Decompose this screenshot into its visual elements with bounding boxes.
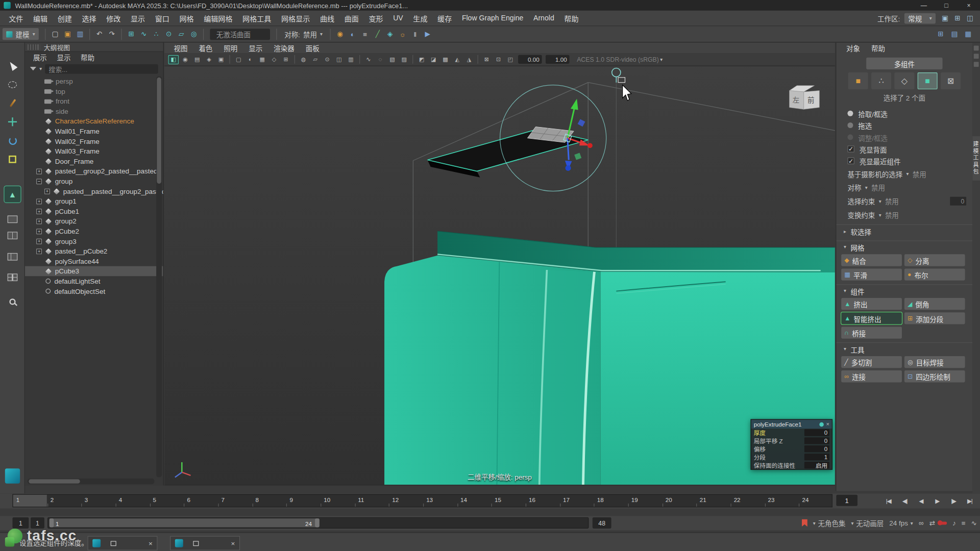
outliner-item-persp[interactable]: +persp	[25, 76, 163, 86]
menu-网格显示[interactable]: 网格显示	[276, 13, 315, 23]
outliner-item-Wall03_Frame[interactable]: +Wall03_Frame	[25, 146, 163, 157]
outliner-item-Wall01_Frame[interactable]: +Wall01_Frame	[25, 126, 163, 136]
menu-缓存[interactable]: 缓存	[432, 13, 457, 23]
section-header-组件[interactable]: ▾组件	[836, 284, 972, 296]
go-to-end-button[interactable]: ▶|	[963, 495, 977, 506]
scale-tool[interactable]	[5, 151, 21, 167]
outliner-item-group3[interactable]: +group3	[25, 236, 163, 246]
motion-blur-icon[interactable]: ◫	[334, 55, 345, 64]
viewcube-front-label[interactable]: 前	[807, 96, 814, 104]
outliner-item-pasted__pCube2[interactable]: +pasted__pCube2	[25, 246, 163, 256]
shadows-icon[interactable]: ▱	[310, 55, 321, 64]
expand-plus-icon[interactable]: +	[36, 218, 42, 224]
audio-icon[interactable]: ♪	[952, 519, 956, 527]
panel-layout-icon[interactable]: ◫	[965, 13, 975, 23]
menu-生成[interactable]: 生成	[408, 13, 433, 23]
go-to-start-button[interactable]: |◀	[881, 495, 896, 506]
挤出-button[interactable]: ▲挤出	[841, 298, 902, 310]
平滑-button[interactable]: ▦平滑	[841, 269, 902, 281]
hud-value-field[interactable]: 0	[804, 445, 829, 452]
workspace-select[interactable]: 常规 ▾	[904, 13, 936, 23]
camera-attributes-icon[interactable]: ▤	[192, 55, 203, 64]
expand-plus-icon[interactable]: +	[36, 248, 42, 254]
viewport-menu-3[interactable]: 显示	[243, 43, 268, 53]
xray-joints-icon[interactable]: ⊡	[493, 55, 504, 64]
expand-plus-icon[interactable]: +	[36, 238, 42, 244]
rotate-tool[interactable]	[5, 133, 21, 149]
wire-on-shaded-icon[interactable]: ⊞	[281, 55, 291, 64]
single-pane-layout[interactable]	[5, 211, 21, 228]
snap-to-grid-icon[interactable]: ⊞	[126, 29, 137, 40]
menu-曲面[interactable]: 曲面	[339, 13, 364, 23]
safe-title-icon[interactable]: ◮	[464, 55, 475, 64]
scrollbar-thumb[interactable]	[29, 479, 80, 484]
restore-icon[interactable]	[111, 541, 116, 546]
workspace-switch-icon[interactable]: ▣	[940, 13, 950, 23]
maximize-button[interactable]: □	[935, 0, 958, 11]
object-mode-button[interactable]: ■	[848, 72, 868, 89]
four-pane-layout[interactable]	[5, 269, 21, 286]
expand-plus-icon[interactable]: +	[36, 198, 42, 204]
symmetry-dropdown[interactable]: 对称:禁用▾	[281, 29, 326, 39]
menu-文件[interactable]: 文件	[4, 13, 28, 23]
colorspace-select[interactable]: ACES 1.0 SDR-video (sRGB)	[577, 56, 659, 63]
viewport-menu-5[interactable]: 面板	[300, 43, 325, 53]
menu-变形[interactable]: 变形	[364, 13, 388, 23]
menu-网格工具[interactable]: 网格工具	[237, 13, 276, 23]
two-pane-layout[interactable]	[5, 228, 21, 244]
menu-Arnold[interactable]: Arnold	[528, 14, 559, 22]
outliner-titlebar[interactable]: 大纲视图	[25, 42, 163, 52]
make-live-icon[interactable]: ◎	[188, 29, 200, 40]
paint-select-tool[interactable]	[5, 95, 21, 111]
smooth-shade-icon[interactable]: ◐	[245, 55, 256, 64]
play-forward-button[interactable]: ▶	[930, 495, 944, 506]
horizontal-scrollbar[interactable]	[28, 479, 155, 484]
section-header-网格[interactable]: ▾网格	[836, 240, 972, 253]
viewport-canvas[interactable]: 左 前 polyExtrudeFace1×厚度0局部平移 Z0偏移0分段1保持面…	[164, 66, 835, 486]
loop-mode-icon[interactable]: ∞	[919, 519, 924, 527]
ipr-render-icon[interactable]: ◐	[347, 29, 358, 40]
viewport-3d-scene[interactable]: 左 前	[164, 66, 835, 485]
snap-to-view-plane-icon[interactable]: ▱	[176, 29, 187, 40]
viewcube-left-label[interactable]: 左	[793, 96, 799, 104]
image-plane-icon[interactable]: ▣	[215, 55, 226, 64]
dropdown-对称[interactable]: 对称▾禁用	[836, 181, 972, 194]
depth-of-field-icon[interactable]: ▥	[346, 55, 356, 64]
character-set-select[interactable]: ▾无角色集	[813, 518, 846, 528]
expand-plus-icon[interactable]: +	[44, 188, 50, 194]
wireframe-display-icon[interactable]: ▢	[233, 55, 244, 64]
three-pane-layout[interactable]	[5, 248, 21, 265]
checkbox-icon[interactable]: ✓	[847, 145, 854, 152]
分离-button[interactable]: ◇分离	[904, 254, 965, 266]
range-handle-right[interactable]	[315, 518, 320, 527]
智能挤出-button[interactable]: ▲智能挤出	[841, 312, 902, 324]
step-forward-frame-button[interactable]: |▶	[946, 495, 961, 506]
range-handle-left[interactable]	[50, 518, 54, 527]
redo-icon[interactable]: ↷	[106, 29, 117, 40]
toolkit-menu-1[interactable]: 帮助	[871, 43, 885, 53]
close-icon[interactable]: ×	[231, 539, 235, 547]
lasso-select-tool[interactable]	[5, 76, 21, 92]
save-scene-icon[interactable]: ▥	[75, 29, 86, 40]
添加分段-button[interactable]: ⊞添加分段	[904, 312, 965, 324]
new-scene-icon[interactable]: ▢	[50, 29, 61, 40]
hud-pin-icon[interactable]	[819, 422, 824, 427]
expand-plus-icon[interactable]: +	[36, 208, 42, 214]
expand-plus-icon[interactable]: +	[36, 168, 42, 174]
menu-网格[interactable]: 网格	[175, 13, 199, 23]
anim-layer-select[interactable]: ▾无动画层	[851, 518, 884, 528]
checkbox-亮显背面[interactable]: ✓亮显背面	[836, 143, 972, 155]
dock-icon[interactable]	[974, 45, 979, 51]
outliner-item-defaultLightSet[interactable]: +defaultLightSet	[25, 276, 163, 286]
select-tool[interactable]	[5, 58, 21, 74]
outliner-item-Door_Frame[interactable]: +Door_Frame	[25, 156, 163, 166]
extrude-tool[interactable]: ▲	[5, 186, 21, 203]
radio-icon[interactable]	[847, 111, 853, 116]
playback-range-bar[interactable]: 124	[50, 518, 320, 527]
vertex-mode-button[interactable]: ∴	[871, 72, 891, 89]
viewport-menu-0[interactable]: 视图	[168, 43, 193, 53]
outliner-item-pCube1[interactable]: +pCube1	[25, 206, 163, 216]
multi-lister-icon[interactable]: ▤	[949, 29, 960, 40]
poly-extrude-hud[interactable]: polyExtrudeFace1×厚度0局部平移 Z0偏移0分段1保持面的连接性…	[751, 419, 832, 470]
shelf-mode-dropdown[interactable]: 建模▾	[3, 28, 39, 40]
